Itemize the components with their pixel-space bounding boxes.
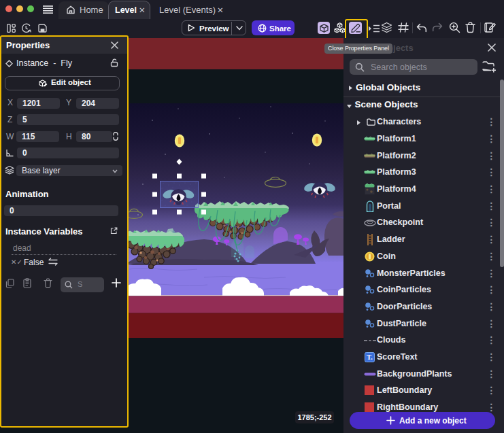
svg-text:T.: T. [367,353,373,361]
